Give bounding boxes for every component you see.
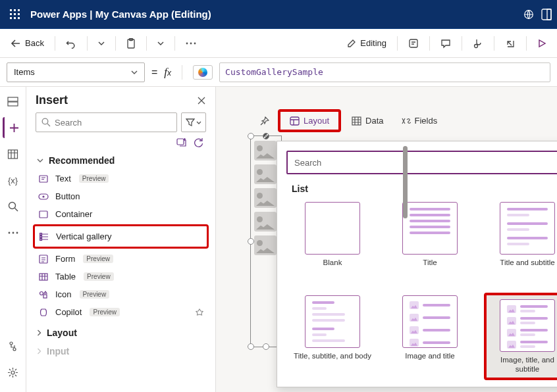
svg-point-14	[186, 42, 188, 44]
panel-search-input[interactable]: Search	[36, 112, 177, 132]
card-image-title-subtitle[interactable]: Image, title, and subtitle	[484, 293, 557, 381]
svg-point-27	[13, 348, 16, 351]
paste-dropdown[interactable]	[152, 39, 169, 48]
fields-icon	[401, 116, 411, 126]
copilot-fx-button[interactable]	[193, 65, 213, 80]
card-title-subtitle[interactable]: Title and subtitle	[484, 199, 557, 272]
rail-more-icon[interactable]	[3, 222, 24, 243]
filter-button[interactable]	[181, 112, 206, 132]
command-bar: Back Editing	[0, 29, 557, 58]
main: {x} Insert Search	[0, 87, 557, 392]
card-image-title[interactable]: Image and title	[386, 293, 473, 381]
group-label: Recommended	[49, 155, 115, 166]
tab-data[interactable]: Data	[345, 112, 390, 130]
waffle-icon[interactable]	[5, 5, 25, 24]
handle[interactable]	[248, 238, 254, 245]
item-button[interactable]: Button	[36, 187, 206, 205]
environment-icon[interactable]	[523, 9, 535, 20]
svg-point-18	[475, 44, 478, 47]
svg-rect-8	[18, 17, 20, 19]
svg-point-28	[11, 371, 14, 374]
property-select[interactable]: Items	[7, 62, 145, 82]
undo-dropdown[interactable]	[93, 39, 110, 48]
card-blank[interactable]: Blank	[289, 199, 376, 272]
undo-button[interactable]	[61, 36, 82, 51]
comments-icon[interactable]	[435, 36, 456, 51]
layout-icon	[290, 116, 300, 126]
edit-handle[interactable]	[263, 133, 269, 139]
form-icon	[38, 255, 49, 264]
svg-rect-39	[40, 274, 47, 280]
icon-icon	[38, 290, 49, 299]
svg-point-23	[8, 232, 10, 234]
formula-input[interactable]	[219, 62, 550, 82]
refresh-icon[interactable]	[194, 137, 203, 147]
panel-search-ph: Search	[55, 118, 82, 128]
notes-icon[interactable]	[403, 36, 424, 51]
item-vertical-gallery[interactable]: Vertical gallery	[36, 228, 205, 245]
svg-rect-17	[410, 39, 417, 47]
panel-close-icon[interactable]	[197, 96, 206, 105]
item-container[interactable]: Container	[36, 205, 206, 223]
rail-data-icon[interactable]	[3, 143, 24, 164]
item-copilot[interactable]: Copilot Preview	[36, 303, 206, 321]
share-icon[interactable]	[500, 36, 521, 51]
insert-panel: Insert Search Recommended Text	[26, 87, 216, 392]
fx-label: fx	[164, 66, 171, 79]
play-icon[interactable]	[532, 36, 552, 51]
svg-rect-19	[8, 97, 18, 101]
button-icon	[38, 193, 49, 200]
more-button[interactable]	[180, 39, 201, 47]
item-icon[interactable]: Icon Preview	[36, 285, 206, 303]
paste-button[interactable]	[121, 36, 141, 51]
editing-label: Editing	[360, 38, 386, 48]
back-label: Back	[25, 38, 44, 48]
layout-search-input[interactable]: Search	[286, 151, 557, 174]
rail-tree-icon[interactable]	[3, 91, 24, 112]
handle[interactable]	[263, 343, 269, 350]
svg-rect-6	[10, 17, 12, 19]
handle[interactable]	[248, 343, 254, 350]
svg-rect-11	[547, 9, 551, 20]
card-title-subtitle-body[interactable]: Title, subtitle, and body	[289, 293, 376, 381]
rail-settings-icon[interactable]	[3, 362, 24, 383]
group-layout[interactable]: Layout	[36, 324, 206, 342]
editing-button[interactable]: Editing	[342, 36, 392, 51]
rail-variables-icon[interactable]: {x}	[3, 170, 24, 191]
formula-bar: Items = fx	[0, 58, 557, 87]
group-recommended[interactable]: Recommended	[36, 151, 206, 170]
rail-insert-icon[interactable]	[3, 117, 24, 138]
card-title[interactable]: Title	[386, 199, 473, 272]
canvas[interactable]: Layout Data Fields Search All	[216, 87, 557, 392]
panel-icon[interactable]	[541, 9, 552, 20]
item-text[interactable]: Text Preview	[36, 170, 206, 187]
item-table[interactable]: Table Preview	[36, 268, 206, 285]
vgallery-icon	[39, 232, 49, 241]
rail-tools-icon[interactable]	[3, 335, 24, 356]
group-input[interactable]: Input	[36, 342, 206, 360]
svg-point-26	[10, 342, 13, 345]
flyout-section-list: List	[292, 184, 557, 194]
data-icon	[352, 116, 361, 126]
svg-point-16	[194, 42, 196, 44]
svg-rect-3	[10, 13, 12, 15]
checker-icon[interactable]	[467, 36, 489, 51]
layout-flyout: Search All List Blank Title	[277, 141, 557, 387]
handle[interactable]	[248, 133, 254, 139]
rail-search-icon[interactable]	[3, 196, 24, 217]
left-rail: {x}	[0, 87, 26, 392]
panel-scrollbar[interactable]	[403, 146, 408, 218]
item-form[interactable]: Form Preview	[36, 250, 206, 268]
get-more-icon[interactable]	[176, 137, 187, 147]
svg-point-33	[43, 196, 44, 197]
svg-rect-2	[18, 9, 20, 11]
chevron-down-icon	[131, 70, 138, 74]
pin-icon[interactable]	[255, 112, 274, 130]
container-icon	[38, 210, 49, 218]
tab-fields[interactable]: Fields	[394, 112, 444, 130]
svg-rect-5	[18, 13, 20, 15]
back-button[interactable]: Back	[5, 36, 49, 51]
svg-rect-43	[352, 117, 361, 125]
tab-layout[interactable]: Layout	[278, 109, 341, 132]
group-layout-label: Layout	[47, 328, 77, 338]
